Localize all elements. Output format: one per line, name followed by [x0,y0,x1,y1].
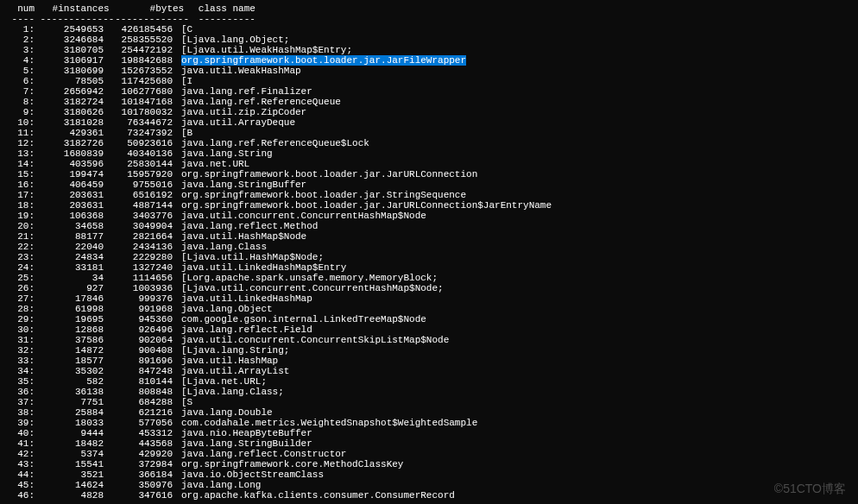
row-bytes: 198842688 [104,55,173,66]
histogram-row: 5:3180699152673552java.util.WeakHashMap [0,66,858,76]
row-num: 20: [0,221,35,231]
row-classname[interactable]: java.net.URL [173,159,249,169]
row-classname[interactable]: java.lang.ref.ReferenceQueue [173,97,341,107]
histogram-row: 39:18033577056com.codahale.metrics.Weigh… [0,418,858,428]
row-classname[interactable]: java.util.ArrayDeque [173,117,295,128]
row-classname[interactable]: java.nio.HeapByteBuffer [173,428,312,438]
row-classname[interactable]: [Ljava.util.concurrent.ConcurrentHashMap… [173,283,444,293]
row-classname[interactable]: java.lang.Class [173,242,267,252]
row-bytes: 50923616 [104,138,173,148]
histogram-row: 16:4064599755016java.lang.StringBuffer [0,180,858,190]
row-instances: 18482 [35,438,104,449]
row-instances: 61998 [35,304,104,314]
row-num: 34: [0,366,35,376]
row-classname[interactable]: com.codahale.metrics.WeightedSnapshot$We… [173,418,477,428]
row-instances: 22040 [35,242,104,252]
row-classname[interactable]: [B [173,128,192,138]
row-classname[interactable]: java.lang.ref.ReferenceQueue$Lock [173,138,369,148]
row-classname[interactable]: java.util.LinkedHashMap$Entry [173,262,346,273]
row-num: 28: [0,304,35,314]
row-classname[interactable]: java.lang.reflect.Constructor [173,449,346,459]
row-classname[interactable]: java.util.WeakHashMap [173,66,301,76]
row-classname[interactable]: [Lorg.apache.spark.unsafe.memory.MemoryB… [173,273,438,283]
selected-text[interactable]: org.springframework.boot.loader.jar.JarF… [181,55,466,66]
row-classname[interactable]: java.util.HashMap [173,356,278,366]
row-classname[interactable]: java.lang.reflect.Method [173,221,318,231]
row-classname[interactable]: java.lang.Double [173,407,273,418]
row-classname[interactable]: org.springframework.core.MethodClassKey [173,459,403,469]
histogram-row: 32:14872900408[Ljava.lang.String; [0,345,858,356]
row-bytes: 258355520 [104,35,173,45]
row-num: 30: [0,324,35,335]
row-classname[interactable]: java.util.ArrayList [173,366,289,376]
row-classname[interactable]: org.springframework.boot.loader.jar.JarF… [173,55,466,66]
row-classname[interactable]: [S [173,397,192,407]
row-classname[interactable]: java.util.HashMap$Node [173,231,306,242]
row-instances: 106368 [35,211,104,221]
row-instances: 3182726 [35,138,104,148]
histogram-row: 35:582810144[Ljava.net.URL; [0,376,858,387]
row-classname[interactable]: [Ljava.util.WeakHashMap$Entry; [173,45,352,55]
row-num: 38: [0,407,35,418]
histogram-header: num #instances #bytes class name [0,3,858,14]
row-classname[interactable]: [Ljava.util.HashMap$Node; [173,252,324,262]
row-instances: 18577 [35,356,104,366]
row-classname[interactable]: org.springframework.boot.loader.jar.JarU… [173,169,477,180]
row-classname[interactable]: org.springframework.boot.loader.jar.Stri… [173,190,466,200]
row-num: 15: [0,169,35,180]
row-classname[interactable]: java.util.concurrent.ConcurrentSkipListM… [173,335,449,345]
row-classname[interactable]: [Ljava.lang.String; [173,345,289,356]
row-bytes: 3403776 [104,211,173,221]
row-instances: 25884 [35,407,104,418]
histogram-row: 9:3180626101780032java.util.zip.ZipCoder [0,107,858,117]
histogram-row: 38:25884621216java.lang.Double [0,407,858,418]
row-classname[interactable]: java.lang.Object [173,304,273,314]
row-classname[interactable]: java.util.concurrent.ConcurrentHashMap$N… [173,211,426,221]
histogram-row: 27:17846999376java.util.LinkedHashMap [0,293,858,304]
row-bytes: 810144 [104,376,173,387]
row-classname[interactable]: [C [173,24,192,35]
row-classname[interactable]: java.util.LinkedHashMap [173,293,312,304]
row-bytes: 152673552 [104,66,173,76]
row-classname[interactable]: java.lang.String [173,148,273,159]
row-bytes: 999376 [104,293,173,304]
row-classname[interactable]: java.lang.StringBuilder [173,438,312,449]
row-classname[interactable]: java.lang.Long [173,480,261,490]
histogram-row: 43:15541372984org.springframework.core.M… [0,459,858,469]
row-bytes: 443568 [104,438,173,449]
row-classname[interactable]: org.apache.kafka.clients.consumer.Consum… [173,490,455,501]
row-bytes: 6516192 [104,190,173,200]
row-instances: 3180705 [35,45,104,55]
row-bytes: 40340136 [104,148,173,159]
row-classname[interactable]: [I [173,76,192,86]
histogram-row: 6:78505117425680[I [0,76,858,86]
row-bytes: 2229280 [104,252,173,262]
row-bytes: 621216 [104,407,173,418]
row-bytes: 2434136 [104,242,173,252]
row-instances: 78505 [35,76,104,86]
row-instances: 203631 [35,190,104,200]
row-classname[interactable]: java.lang.ref.Finalizer [173,86,312,97]
row-instances: 403596 [35,159,104,169]
row-num: 32: [0,345,35,356]
row-classname[interactable]: [Ljava.lang.Object; [173,35,289,45]
row-classname[interactable]: com.google.gson.internal.LinkedTreeMap$N… [173,314,426,324]
histogram-row: 40:9444453312java.nio.HeapByteBuffer [0,428,858,438]
row-classname[interactable]: java.lang.reflect.Field [173,324,312,335]
row-classname[interactable]: java.util.zip.ZipCoder [173,107,306,117]
row-bytes: 926496 [104,324,173,335]
histogram-row: 30:12868926496java.lang.reflect.Field [0,324,858,335]
row-bytes: 1003936 [104,283,173,293]
row-classname[interactable]: org.springframework.boot.loader.jar.JarU… [173,200,552,211]
histogram-row: 7:2656942106277680java.lang.ref.Finalize… [0,86,858,97]
histogram-row: 2:3246684258355520[Ljava.lang.Object; [0,35,858,45]
row-classname[interactable]: java.lang.StringBuffer [173,180,306,190]
row-num: 21: [0,231,35,242]
row-classname[interactable]: java.io.ObjectStreamClass [173,469,324,480]
row-bytes: 254472192 [104,45,173,55]
row-bytes: 453312 [104,428,173,438]
row-classname[interactable]: [Ljava.lang.Class; [173,387,284,397]
row-classname[interactable]: [Ljava.net.URL; [173,376,267,387]
row-instances: 33181 [35,262,104,273]
row-instances: 3246684 [35,35,104,45]
